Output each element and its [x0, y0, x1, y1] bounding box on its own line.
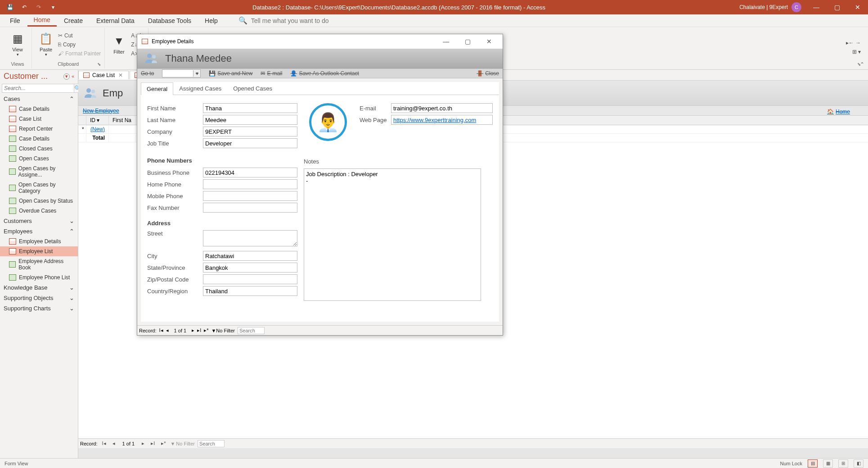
tab-file[interactable]: File	[4, 15, 27, 26]
datasheet-view-button[interactable]: ▦	[823, 459, 833, 468]
recnav-nofilter[interactable]: ▼No Filter	[170, 441, 194, 446]
notes-input[interactable]	[304, 168, 481, 301]
save-outlook-button[interactable]: 👤Save As Outlook Contact	[290, 70, 359, 77]
navitem-case-list[interactable]: Case List	[0, 114, 78, 124]
goto-combo[interactable]: ▾	[162, 69, 201, 77]
qat-customize-icon[interactable]: ▾	[48, 2, 58, 13]
web-link[interactable]: https://www.9experttraining.com	[393, 117, 476, 123]
navpane-title[interactable]: Customer ...	[4, 72, 48, 81]
email-input[interactable]	[391, 103, 493, 113]
layout-view-button[interactable]: ⊞	[838, 459, 848, 468]
navitem-closed-cases[interactable]: Closed Cases	[0, 144, 78, 154]
navpane-collapse-icon[interactable]: «	[72, 73, 74, 80]
first-name-input[interactable]	[203, 103, 297, 113]
view-button[interactable]: ▦ View ▾	[7, 29, 28, 60]
navpane-search-input[interactable]	[2, 84, 74, 93]
copy-button[interactable]: ⎘Copy	[58, 41, 101, 49]
web-input-wrapper[interactable]: https://www.9experttraining.com	[391, 115, 493, 125]
navgroup-employees[interactable]: Employees⌃	[0, 226, 78, 236]
col-id[interactable]: ID ▾	[86, 116, 109, 125]
zip-input[interactable]	[203, 274, 297, 284]
design-view-button[interactable]: ◧	[854, 459, 864, 468]
navitem-employee-phone-list[interactable]: Employee Phone List	[0, 273, 78, 282]
tab-create[interactable]: Create	[58, 15, 89, 26]
navitem-report-center[interactable]: Report Center	[0, 124, 78, 134]
save-new-button[interactable]: 💾Save and New	[209, 70, 252, 77]
navitem-open-cases-assignee[interactable]: Open Cases by Assigne...	[0, 164, 78, 180]
tell-me-input[interactable]	[251, 17, 341, 24]
clipboard-dialog-launcher[interactable]: ⬊	[97, 62, 101, 67]
recnav-first[interactable]: I◂	[100, 441, 108, 446]
employee-avatar[interactable]: 👨‍💼	[309, 103, 347, 141]
tell-me[interactable]: 🔍	[238, 16, 341, 25]
navitem-open-cases-category[interactable]: Open Cases by Category	[0, 180, 78, 196]
state-input[interactable]	[203, 263, 297, 273]
navgroup-supporting-objects[interactable]: Supporting Objects⌄	[0, 293, 78, 303]
popup-minimize[interactable]: —	[437, 38, 455, 45]
popup-maximize[interactable]: ▢	[459, 38, 477, 45]
navgroup-knowledge-base[interactable]: Knowledge Base⌄	[0, 282, 78, 293]
tab-assigned-cases[interactable]: Assigned Cases	[173, 82, 227, 95]
close-tab-icon[interactable]: ✕	[117, 72, 124, 78]
filter-button[interactable]: ▼ Filter	[108, 29, 129, 60]
city-input[interactable]	[203, 251, 297, 261]
navitem-employee-details[interactable]: Employee Details	[0, 236, 78, 246]
navgroup-customers[interactable]: Customers⌄	[0, 216, 78, 226]
biz-phone-input[interactable]	[203, 168, 297, 177]
redo-icon[interactable]: ↷	[33, 2, 44, 13]
popup-recnav-first[interactable]: I◂	[159, 327, 163, 333]
popup-recnav-last[interactable]: ▸I	[197, 327, 201, 333]
last-name-input[interactable]	[203, 115, 297, 125]
navitem-overdue-cases[interactable]: Overdue Cases	[0, 206, 78, 216]
navitem-open-cases-status[interactable]: Open Cases by Status	[0, 196, 78, 206]
cut-button[interactable]: ✂Cut	[58, 32, 101, 40]
popup-recnav-next[interactable]: ▸	[192, 327, 194, 333]
company-input[interactable]	[203, 127, 297, 136]
recnav-new[interactable]: ▸*	[159, 441, 167, 446]
tab-help[interactable]: Help	[198, 15, 224, 26]
ribbon-extra-1[interactable]: ▸← →	[846, 39, 861, 47]
recnav-prev[interactable]: ◂	[111, 441, 117, 446]
popup-close[interactable]: ✕	[480, 38, 498, 45]
job-title-input[interactable]	[203, 138, 297, 148]
new-row-id[interactable]: (New)	[90, 126, 105, 132]
close-form-button[interactable]: 🚪Close	[477, 70, 499, 77]
undo-icon[interactable]: ↶	[19, 2, 30, 13]
home-phone-input[interactable]	[203, 179, 297, 189]
maximize-button[interactable]: ▢	[827, 0, 847, 14]
tab-opened-cases[interactable]: Opened Cases	[227, 82, 278, 95]
email-button[interactable]: ✉E-mail	[261, 70, 282, 77]
popup-recnav-prev[interactable]: ◂	[166, 327, 169, 333]
tab-general[interactable]: General	[141, 82, 173, 95]
street-input[interactable]	[203, 230, 297, 246]
minimize-button[interactable]: —	[806, 0, 827, 14]
col-firstname[interactable]: First Na	[109, 116, 136, 125]
user-avatar[interactable]: C	[792, 2, 801, 12]
ribbon-extra-2[interactable]: ⊞ ▾	[852, 48, 861, 56]
row-selector-head[interactable]	[78, 116, 86, 125]
user-label[interactable]: Chalaivate | 9Expert	[739, 4, 788, 10]
tab-external-data[interactable]: External Data	[90, 15, 141, 26]
country-input[interactable]	[203, 286, 297, 296]
close-button[interactable]: ✕	[847, 0, 868, 14]
mobile-phone-input[interactable]	[203, 191, 297, 201]
tab-database-tools[interactable]: Database Tools	[142, 15, 198, 26]
navitem-open-cases[interactable]: Open Cases	[0, 154, 78, 164]
navitem-employee-list[interactable]: Employee List	[0, 246, 78, 256]
popup-recnav-nofilter[interactable]: ▼No Filter	[211, 328, 234, 333]
navgroup-supporting-charts[interactable]: Supporting Charts⌄	[0, 303, 78, 314]
navitem-case-details[interactable]: Case Details	[0, 104, 78, 114]
recnav-last[interactable]: ▸I	[149, 441, 157, 446]
navitem-case-details-report[interactable]: Case Details	[0, 134, 78, 144]
recnav-next[interactable]: ▸	[140, 441, 146, 446]
navgroup-cases[interactable]: Cases⌃	[0, 94, 78, 104]
paste-button[interactable]: 📋 Paste ▾	[36, 29, 56, 60]
popup-recnav-new[interactable]: ▸*	[204, 327, 208, 333]
recnav-search[interactable]	[198, 440, 225, 447]
home-link[interactable]: 🏠Home	[827, 109, 850, 115]
navpane-dropdown-icon[interactable]: ▾	[63, 73, 70, 80]
popup-recnav-search[interactable]	[238, 327, 265, 334]
save-icon[interactable]: 💾	[4, 2, 15, 13]
format-painter-button[interactable]: 🖌Format Painter	[58, 50, 101, 58]
new-employee-link[interactable]: New Employee	[83, 108, 119, 114]
